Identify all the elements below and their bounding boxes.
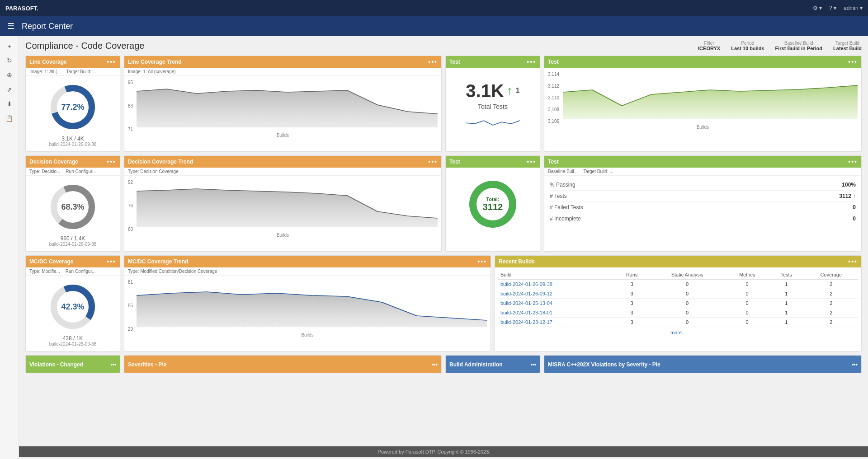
mcdc-build: build-2024-01-26-09-38 bbox=[49, 342, 97, 347]
td-dots[interactable]: ••• bbox=[527, 158, 536, 165]
ttr-y-axis: 3,114 3,112 3,110 3,108 3,106 bbox=[548, 72, 561, 124]
hamburger-icon[interactable]: ☰ bbox=[7, 21, 14, 31]
mcdct-y-axis: 815529 bbox=[128, 280, 135, 332]
lct-title: Line Coverage Trend bbox=[128, 59, 182, 65]
build-link[interactable]: build-2024-01-26-09-38 bbox=[498, 280, 614, 289]
build-runs: 3 bbox=[614, 289, 649, 299]
sidebar-add-icon[interactable]: + bbox=[2, 40, 17, 52]
widget-line-coverage-trend: Line Coverage Trend ••• Image: 1: All (c… bbox=[124, 56, 442, 152]
td-body: Total: 3112 bbox=[446, 168, 540, 241]
target-value: Latest Build bbox=[833, 46, 862, 51]
sp-dots[interactable]: ••• bbox=[432, 361, 438, 368]
mcdct-dots[interactable]: ••• bbox=[477, 258, 487, 265]
dc-dots[interactable]: ••• bbox=[107, 158, 116, 165]
build-link[interactable]: build-2024-01-25-13-04 bbox=[498, 299, 614, 308]
ttr-y1: 3,114 bbox=[548, 72, 559, 77]
misra-dots[interactable]: ••• bbox=[852, 361, 858, 368]
lct-dots[interactable]: ••• bbox=[428, 58, 438, 66]
dct-dots[interactable]: ••• bbox=[428, 158, 438, 165]
lct-x-label: Builds bbox=[128, 133, 438, 138]
col-static: Static Analysis bbox=[649, 270, 726, 280]
filter-item-target: Target Build Latest Build bbox=[833, 41, 862, 51]
rb-body: Build Runs Static Analysis Metrics Tests… bbox=[495, 267, 861, 341]
line-coverage-donut: 77.2% bbox=[48, 82, 98, 132]
sidebar-refresh-icon[interactable]: ↻ bbox=[2, 54, 17, 67]
build-metrics: 0 bbox=[725, 308, 769, 318]
tdet-header: Test ••• bbox=[544, 156, 861, 168]
main-content: Compliance - Code Coverage Filter ICEORY… bbox=[19, 36, 868, 446]
sp-header: Severities - Pie ••• bbox=[124, 356, 441, 373]
vc-dots[interactable]: ••• bbox=[110, 361, 116, 368]
dc-sub1: Type: Decisio... bbox=[29, 169, 60, 174]
widget-build-administration: Build Administration ••• bbox=[445, 355, 540, 373]
period-value: Last 10 builds bbox=[731, 46, 764, 51]
tdet-label-tests: # Tests bbox=[550, 193, 567, 199]
baseline-label: Baseline Build bbox=[784, 41, 813, 46]
build-tests: 1 bbox=[769, 289, 804, 299]
svg-marker-3 bbox=[563, 85, 858, 119]
top-bar: PARASOFT. ⚙ ▾ ? ▾ admin ▾ bbox=[0, 0, 868, 16]
builds-tbody: build-2024-01-26-09-38 3 0 0 1 2 build-2… bbox=[498, 280, 859, 327]
build-coverage: 2 bbox=[804, 308, 859, 318]
sidebar-add2-icon[interactable]: ⊕ bbox=[2, 69, 17, 81]
ttr-svg bbox=[563, 70, 858, 124]
ba-dots[interactable]: ••• bbox=[530, 361, 536, 368]
build-static: 0 bbox=[649, 299, 726, 308]
tdet-val-failed: 0 bbox=[853, 204, 856, 211]
sidebar-download-icon[interactable]: ⬇ bbox=[2, 98, 17, 110]
filter-label: Filter bbox=[704, 41, 714, 46]
misra-header: MISRA C++202X Violations by Severity - P… bbox=[544, 356, 861, 373]
tt-dots[interactable]: ••• bbox=[527, 58, 536, 66]
ba-header: Build Administration ••• bbox=[446, 356, 540, 373]
dct-chart: 927660 bbox=[128, 178, 438, 232]
widget-severities-pie: Severities - Pie ••• bbox=[124, 355, 442, 373]
parasoft-logo: PARASOFT. bbox=[5, 5, 38, 12]
ttr-body: 3,114 3,112 3,110 3,108 3,106 bbox=[544, 68, 861, 133]
build-static: 0 bbox=[649, 318, 726, 327]
widget-violations-changed: Violations - Changed ••• bbox=[25, 355, 120, 373]
mcdc-title: MC/DC Coverage bbox=[29, 258, 73, 265]
build-coverage: 2 bbox=[804, 299, 859, 308]
line-coverage-title: Line Coverage bbox=[29, 59, 67, 65]
ttr-dots[interactable]: ••• bbox=[848, 58, 858, 66]
lct-body: 95 83 71 bbox=[124, 76, 441, 141]
build-link[interactable]: build-2024-01-23-18-01 bbox=[498, 308, 614, 318]
line-coverage-fraction: 3.1K / 4K bbox=[61, 136, 84, 142]
mcdc-dots[interactable]: ••• bbox=[107, 258, 116, 265]
line-coverage-body: 77.2% 3.1K / 4K build-2024-01-26-09-38 bbox=[26, 76, 120, 151]
mcdc-header: MC/DC Coverage ••• bbox=[26, 256, 120, 267]
mcdc-pct: 42.3% bbox=[61, 302, 84, 312]
settings-icon[interactable]: ⚙ ▾ bbox=[813, 5, 822, 11]
dc-fraction: 960 / 1.4K bbox=[61, 235, 85, 242]
dct-title: Decision Coverage Trend bbox=[128, 159, 193, 165]
admin-menu[interactable]: admin ▾ bbox=[844, 5, 863, 11]
builds-table: Build Runs Static Analysis Metrics Tests… bbox=[498, 270, 859, 327]
widget-test-detail: Test ••• Baseline Buil... Target Build: … bbox=[544, 155, 862, 252]
mcdct-svg bbox=[137, 277, 487, 332]
tdet-dots[interactable]: ••• bbox=[848, 158, 858, 165]
help-icon[interactable]: ? ▾ bbox=[829, 5, 836, 11]
more-link[interactable]: more... bbox=[498, 327, 859, 338]
tdet-subheader: Baseline Buil... Target Build: ... bbox=[544, 168, 861, 176]
tdet-val-tests: 3112 ↑ bbox=[839, 193, 856, 199]
line-coverage-dots[interactable]: ••• bbox=[107, 58, 116, 66]
sidebar-doc-icon[interactable]: 📋 bbox=[2, 112, 17, 125]
test-total-body: 3.1K ↑ 1 Total Tests bbox=[446, 68, 540, 140]
mcdct-body: 815529 Builds bbox=[124, 276, 491, 341]
tdet-label-passing: % Passing bbox=[550, 182, 576, 188]
mcdc-fraction: 438 / 1K bbox=[63, 335, 83, 342]
build-link[interactable]: build-2024-01-23-12-17 bbox=[498, 318, 614, 327]
tdet-label-incomplete: # Incomplete bbox=[550, 215, 581, 222]
build-runs: 3 bbox=[614, 308, 649, 318]
sidebar-share-icon[interactable]: ⇗ bbox=[2, 83, 17, 96]
test-trend-header: Test ••• bbox=[544, 56, 861, 68]
mcdc-donut: 42.3% bbox=[48, 282, 98, 332]
widget-decision-trend: Decision Coverage Trend ••• Type: Decisi… bbox=[124, 155, 442, 252]
build-link[interactable]: build-2024-01-26-09-12 bbox=[498, 289, 614, 299]
rb-dots[interactable]: ••• bbox=[848, 258, 858, 265]
nav-bar: ☰ Report Center bbox=[0, 16, 868, 36]
widget-line-coverage: Line Coverage ••• Image: 1: All (... Tar… bbox=[25, 56, 120, 152]
dct-body: 927660 Builds bbox=[124, 176, 441, 241]
mcdct-x-label: Builds bbox=[128, 333, 487, 337]
header-filters: Filter ICEORYX Period Last 10 builds Bas… bbox=[698, 41, 862, 51]
